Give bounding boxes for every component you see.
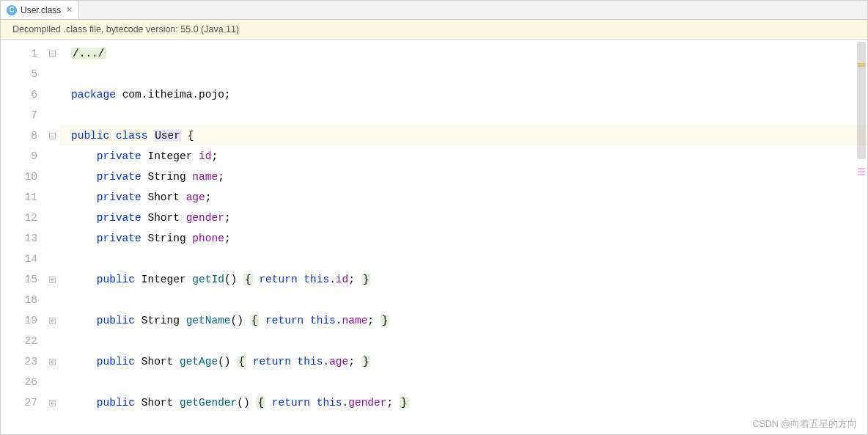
fold-slot: [45, 249, 59, 269]
code-line[interactable]: [71, 105, 867, 125]
code-token: {: [256, 397, 265, 409]
code-token: ;: [224, 212, 231, 224]
line-number: 11: [1, 187, 45, 208]
fold-slot: +: [45, 351, 59, 372]
code-line[interactable]: private Integer id;: [71, 146, 867, 167]
line-number: 19: [1, 310, 45, 331]
code-token: [71, 315, 97, 326]
code-token: [259, 315, 265, 326]
code-token: [173, 397, 180, 409]
line-number: 6: [1, 84, 45, 105]
code-area[interactable]: /.../package com.itheima.pojo;public cla…: [59, 40, 867, 432]
code-line[interactable]: [71, 64, 867, 84]
code-token: this: [310, 315, 336, 326]
code-token: User: [154, 130, 181, 142]
code-token: private: [97, 233, 141, 244]
code-line[interactable]: [71, 249, 867, 269]
code-token: [135, 274, 141, 285]
line-number: 9: [1, 146, 45, 167]
line-number: 7: [1, 105, 45, 125]
code-token: getAge: [180, 356, 218, 368]
code-line[interactable]: private String name;: [71, 167, 867, 187]
code-line[interactable]: public Integer getId() { return this.id;…: [71, 269, 867, 290]
code-token: [71, 171, 97, 183]
fold-expand-icon[interactable]: +: [49, 277, 56, 283]
code-token: ;: [367, 315, 374, 326]
code-line[interactable]: public class User {: [71, 125, 867, 146]
code-token: /.../: [71, 48, 106, 59]
code-line[interactable]: private Short age;: [71, 187, 867, 208]
code-token: [147, 130, 154, 142]
code-token: [181, 130, 188, 142]
code-token: [71, 274, 97, 285]
code-token: [231, 356, 238, 368]
code-token: private: [97, 171, 141, 183]
tab-filename: User.class: [21, 5, 61, 15]
code-token: [135, 356, 141, 368]
info-bar-text: Decompiled .class file, bytecode version…: [12, 24, 239, 34]
code-token: [304, 315, 310, 326]
code-token: private: [97, 191, 141, 203]
fold-slot: [45, 372, 59, 392]
code-editor[interactable]: 156789101112131415181922232627 −−++++ /.…: [1, 40, 867, 432]
code-token: (): [231, 315, 243, 326]
code-token: [291, 356, 298, 368]
code-line[interactable]: public Short getGender() { return this.g…: [71, 392, 867, 413]
code-token: Short: [147, 212, 180, 224]
code-token: }: [361, 356, 371, 368]
code-token: [192, 150, 199, 162]
code-line[interactable]: /.../: [71, 43, 867, 64]
code-line[interactable]: private Short gender;: [71, 208, 867, 228]
code-token: [355, 356, 361, 368]
code-token: ;: [205, 191, 212, 203]
code-token: ;: [211, 150, 218, 162]
code-line[interactable]: private String phone;: [71, 228, 867, 249]
code-token: {: [243, 274, 253, 285]
code-line[interactable]: public Short getAge() { return this.age;…: [71, 351, 867, 372]
fold-slot: +: [45, 269, 59, 290]
code-token: }: [400, 397, 409, 409]
fold-collapse-icon[interactable]: −: [49, 133, 56, 139]
line-number-gutter: 156789101112131415181922232627: [1, 40, 45, 432]
fold-slot: [45, 146, 59, 167]
code-token: {: [188, 130, 194, 142]
code-token: gender: [186, 212, 224, 224]
close-icon[interactable]: ✕: [66, 5, 73, 15]
code-token: [71, 212, 97, 224]
line-number: 14: [1, 249, 45, 269]
fold-collapse-icon[interactable]: −: [49, 51, 56, 57]
fold-slot: [45, 105, 59, 125]
fold-slot: −: [45, 125, 59, 146]
code-line[interactable]: package com.itheima.pojo;: [71, 84, 867, 105]
editor-tab[interactable]: C User.class ✕: [1, 1, 79, 19]
code-token: name: [342, 315, 368, 326]
code-token: .: [329, 274, 336, 285]
code-token: [109, 130, 116, 142]
fold-expand-icon[interactable]: +: [49, 359, 56, 365]
code-token: [180, 212, 186, 224]
fold-slot: +: [45, 392, 59, 413]
watermark-text: CSDN @向着五星的方向: [752, 418, 857, 431]
code-line[interactable]: [71, 331, 867, 351]
code-token: phone: [192, 233, 224, 244]
code-line[interactable]: [71, 372, 867, 392]
code-token: Short: [141, 356, 174, 368]
code-token: class: [116, 130, 148, 142]
code-line[interactable]: [71, 290, 867, 310]
line-number: 1: [1, 43, 45, 64]
fold-slot: [45, 64, 59, 84]
code-line[interactable]: public String getName() { return this.na…: [71, 310, 867, 331]
code-token: age: [186, 191, 205, 203]
code-token: com.itheima.pojo: [122, 89, 224, 100]
code-token: this: [298, 356, 323, 368]
code-token: Integer: [141, 274, 186, 285]
code-token: ;: [224, 233, 231, 244]
line-number: 13: [1, 228, 45, 249]
code-token: }: [380, 315, 390, 326]
fold-gutter[interactable]: −−++++: [45, 40, 59, 432]
code-token: [71, 191, 97, 203]
code-token: .: [323, 356, 329, 368]
code-token: }: [361, 274, 371, 285]
fold-expand-icon[interactable]: +: [49, 318, 56, 324]
fold-expand-icon[interactable]: +: [49, 400, 56, 406]
